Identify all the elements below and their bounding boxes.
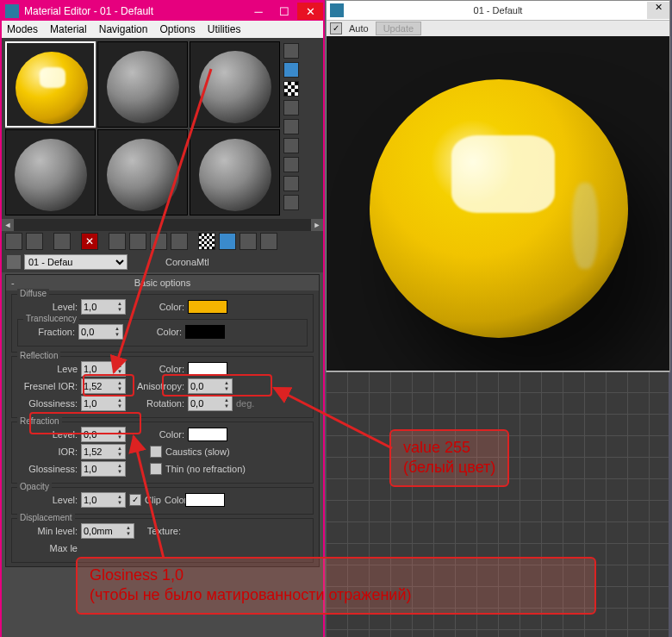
make-copy-button[interactable] — [109, 233, 126, 250]
sample-toolbar — [282, 40, 301, 217]
go-to-parent-button[interactable] — [240, 233, 257, 250]
reset-map-button[interactable]: ✕ — [81, 233, 98, 250]
rollout-header[interactable]: - Basic options — [6, 275, 319, 290]
assign-to-selection-button[interactable] — [53, 233, 71, 250]
select-by-mat-button[interactable] — [283, 176, 299, 191]
refr-ior-spinner[interactable]: ▲▼ — [81, 444, 126, 459]
rollout-title: Basic options — [134, 278, 190, 288]
group-title: Displacement — [17, 513, 75, 522]
gloss-spinner[interactable]: ▲▼ — [81, 396, 126, 411]
rotation-spinner[interactable]: ▲▼ — [188, 396, 233, 411]
scroll-left-icon[interactable]: ◄ — [2, 219, 14, 231]
options-button[interactable] — [283, 157, 299, 172]
preview-close-button[interactable]: ✕ — [647, 2, 669, 19]
thin-label: Thin (no refraction) — [165, 464, 246, 474]
opacity-color-swatch[interactable] — [185, 493, 225, 507]
sample-slot[interactable] — [190, 41, 280, 128]
refr-gloss-label: Glossiness: — [17, 464, 78, 474]
scroll-right-icon[interactable]: ► — [311, 219, 323, 231]
trans-color-swatch[interactable] — [185, 325, 225, 339]
get-material-button[interactable] — [5, 233, 22, 250]
go-forward-button[interactable] — [260, 233, 277, 250]
menu-modes[interactable]: Modes — [7, 23, 38, 35]
app-icon — [330, 3, 344, 17]
collapse-icon: - — [11, 278, 15, 288]
refr-level-spinner[interactable]: ▲▼ — [81, 427, 126, 442]
sphere-icon — [16, 52, 88, 124]
background-button[interactable] — [283, 81, 299, 97]
menu-options[interactable]: Options — [159, 23, 195, 35]
show-end-result-button[interactable] — [219, 233, 236, 250]
backlight-button[interactable] — [283, 62, 299, 78]
put-to-scene-button[interactable] — [26, 233, 43, 250]
material-type[interactable]: CoronaMtl — [165, 257, 209, 267]
sample-slot[interactable] — [97, 129, 188, 215]
refl-color-label: Color: — [129, 364, 184, 374]
make-unique-button[interactable] — [129, 233, 146, 250]
disp-max-label: Max le — [17, 543, 78, 553]
menu-navigation[interactable]: Navigation — [99, 23, 148, 35]
caustics-checkbox[interactable] — [150, 446, 162, 458]
maximize-button[interactable]: ☐ — [271, 3, 297, 20]
window-title: Material Editor - 01 - Default — [24, 5, 246, 17]
auto-checkbox[interactable] — [330, 22, 342, 34]
update-button[interactable]: Update — [376, 22, 421, 35]
refr-color-swatch[interactable] — [188, 428, 227, 441]
group-title: Diffuse — [17, 289, 49, 298]
sample-slot[interactable] — [5, 41, 96, 128]
menu-utilities[interactable]: Utilities — [208, 23, 241, 35]
material-name-select[interactable]: 01 - Defau — [24, 254, 128, 270]
aniso-label: Anisotropy: — [129, 381, 184, 391]
refl-level-spinner[interactable]: ▲▼ — [81, 361, 126, 377]
sphere-icon — [15, 139, 87, 211]
slot-hscroll[interactable]: ◄ ► — [2, 219, 323, 231]
minimize-button[interactable]: ─ — [246, 3, 271, 20]
group-title: Translucency — [23, 314, 79, 323]
aniso-spinner[interactable]: ▲▼ — [188, 378, 233, 394]
menu-bar: Modes Material Navigation Options Utilit… — [2, 21, 323, 38]
rotation-label: Rotation: — [129, 398, 184, 409]
sphere-icon — [107, 51, 179, 123]
sphere-icon — [199, 139, 271, 211]
sample-uv-button[interactable] — [283, 100, 299, 116]
auto-label: Auto — [349, 23, 369, 34]
material-editor-window: Material Editor - 01 - Default ─ ☐ ✕ Mod… — [0, 0, 325, 637]
make-preview-button[interactable] — [283, 138, 299, 153]
sample-type-button[interactable] — [283, 43, 299, 59]
diffuse-level-spinner[interactable]: ▲▼ — [81, 299, 126, 315]
caustics-label: Caustics (slow) — [165, 447, 230, 457]
refl-color-swatch[interactable] — [188, 362, 227, 376]
video-color-check-button[interactable] — [283, 119, 299, 134]
pick-from-object-button[interactable] — [7, 255, 21, 269]
clip-checkbox[interactable] — [129, 494, 141, 506]
sample-slot[interactable] — [5, 129, 96, 215]
diffuse-color-swatch[interactable] — [188, 300, 227, 314]
fraction-spinner[interactable]: ▲▼ — [78, 324, 123, 340]
menu-material[interactable]: Material — [50, 23, 87, 35]
preview-title: 01 - Default — [349, 5, 647, 16]
preview-window: 01 - Default ✕ Auto Update — [326, 0, 670, 372]
group-title: Opacity — [17, 482, 52, 491]
disp-texture-label: Texture: — [138, 526, 181, 536]
show-in-viewport-button[interactable] — [198, 233, 215, 250]
opacity-level-spinner[interactable]: ▲▼ — [81, 492, 126, 508]
close-button[interactable]: ✕ — [297, 3, 323, 20]
sample-slot[interactable] — [190, 129, 280, 215]
diffuse-level-label: Level: — [17, 302, 78, 312]
opacity-level-label: Level: — [17, 495, 78, 505]
material-id-button[interactable] — [171, 233, 188, 250]
titlebar[interactable]: Material Editor - 01 - Default ─ ☐ ✕ — [2, 2, 323, 21]
rotation-unit: deg. — [236, 398, 254, 409]
material-map-nav-button[interactable] — [283, 195, 299, 210]
reflection-group: Reflection Leve ▲▼ Color: Fresnel IOR: ▲… — [11, 356, 314, 418]
refraction-group: Refraction Level: ▲▼ Color: IOR: ▲▼ Caus… — [11, 422, 314, 484]
fresnel-spinner[interactable]: ▲▼ — [81, 378, 126, 394]
thin-checkbox[interactable] — [150, 463, 162, 475]
put-to-library-button[interactable] — [150, 233, 167, 250]
preview-titlebar[interactable]: 01 - Default ✕ — [327, 1, 669, 21]
refr-gloss-spinner[interactable]: ▲▼ — [81, 461, 126, 477]
material-toolbar: ✕ — [2, 231, 323, 252]
sample-slot[interactable] — [97, 41, 188, 128]
disp-min-spinner[interactable]: ▲▼ — [81, 523, 134, 539]
group-title: Reflection — [17, 351, 60, 360]
